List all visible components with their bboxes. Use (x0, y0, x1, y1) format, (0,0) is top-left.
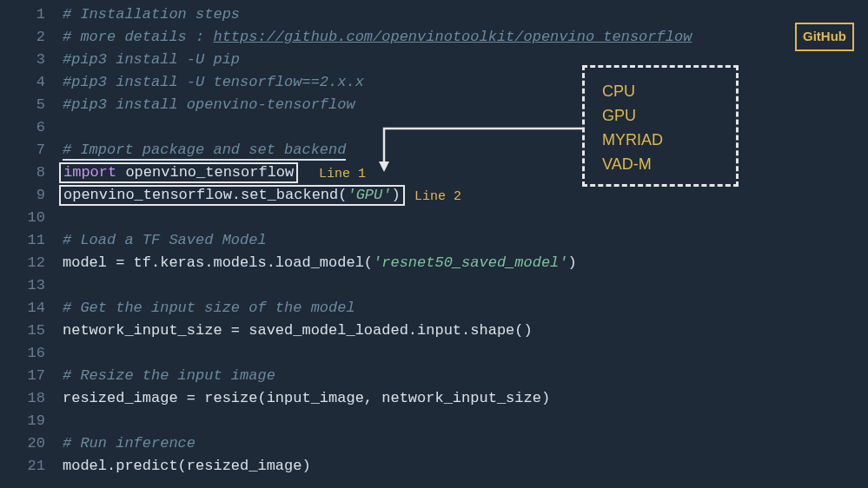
line-number: 21 (0, 455, 45, 478)
line-number: 10 (0, 207, 45, 229)
highlight-box-line1: import openvino_tensorflow (59, 162, 298, 183)
code-text: model = tf.keras.models.load_model( (63, 254, 373, 271)
code-text: openvino_tensorflow (116, 162, 294, 184)
line-number: 6 (0, 116, 45, 139)
code-string: 'resnet50_saved_model' (373, 254, 567, 271)
line-number: 20 (0, 432, 45, 455)
code-text: # Run inference (63, 435, 195, 452)
code-text: # Resize the input image (63, 367, 275, 384)
line-number: 3 (0, 49, 45, 71)
line-number-gutter: 1 2 3 4 5 6 7 8 9 10 11 12 13 14 15 16 1… (0, 3, 63, 478)
code-url[interactable]: https://github.com/openvinotoolkit/openv… (213, 29, 692, 45)
line-annotation: Line 2 (414, 186, 461, 208)
line-number: 18 (0, 387, 45, 410)
code-text: #pip3 install -U pip (63, 51, 240, 68)
code-text: # Get the input size of the model (63, 300, 355, 316)
line-number: 2 (0, 26, 45, 49)
line-number: 13 (0, 274, 45, 297)
code-text: openvino_tensorflow.set_backend( (63, 184, 347, 207)
code-text: # Installation steps (63, 6, 240, 23)
code-text: model.predict(resized_image) (63, 458, 311, 474)
line-number: 8 (0, 162, 45, 184)
line-number: 9 (0, 184, 45, 207)
section-heading: # Import package and set backend (63, 142, 346, 161)
line-number: 14 (0, 297, 45, 320)
highlight-box-line2: openvino_tensorflow.set_backend('GPU') (59, 185, 405, 206)
line-number: 12 (0, 252, 45, 274)
code-keyword: import (63, 162, 116, 184)
line-number: 15 (0, 320, 45, 342)
line-number: 4 (0, 71, 45, 94)
line-number: 11 (0, 229, 45, 252)
code-text: # more details : (63, 29, 213, 45)
code-text: #pip3 install -U tensorflow==2.x.x (63, 74, 364, 90)
code-text: #pip3 install openvino-tensorflow (63, 96, 355, 113)
line-number: 16 (0, 342, 45, 365)
line-number: 17 (0, 365, 45, 387)
line-number: 5 (0, 94, 45, 116)
code-string: 'GPU' (347, 184, 391, 207)
code-text: resized_image = resize(input_image, netw… (63, 390, 550, 406)
code-text: network_input_size = saved_model_loaded.… (63, 322, 533, 339)
line-annotation: Line 1 (319, 163, 366, 186)
code-area[interactable]: # Installation steps # more details : ht… (63, 3, 868, 478)
line-number: 1 (0, 3, 45, 26)
code-text: ) (568, 254, 577, 271)
code-text: ) (391, 184, 400, 207)
line-number: 7 (0, 139, 45, 162)
line-number: 19 (0, 410, 45, 432)
code-editor: 1 2 3 4 5 6 7 8 9 10 11 12 13 14 15 16 1… (0, 3, 868, 478)
